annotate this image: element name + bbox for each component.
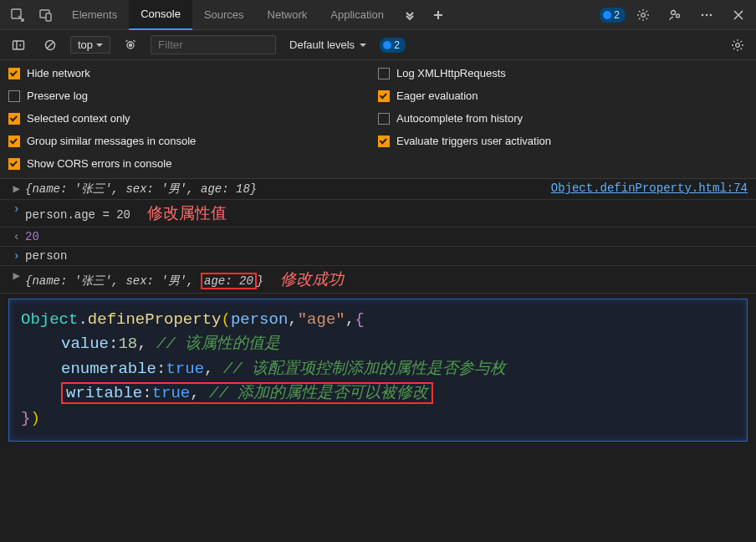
tab-sources[interactable]: Sources — [192, 0, 256, 30]
setting-selected-context-only[interactable]: Selected context only — [8, 112, 378, 125]
code-snippet-block: Object.defineProperty(person,"age",{ val… — [8, 299, 748, 442]
account-icon[interactable] — [661, 1, 689, 29]
add-tab-icon[interactable] — [424, 1, 452, 29]
sidebar-toggle-icon[interactable] — [7, 33, 30, 57]
setting-label: Show CORS errors in console — [27, 157, 171, 170]
log-levels-label: Default levels — [289, 38, 355, 51]
checkbox-icon[interactable] — [8, 68, 20, 79]
checkbox-icon[interactable] — [8, 136, 20, 147]
svg-point-12 — [130, 43, 132, 46]
log-row[interactable]: ▶ {name: '张三', sex: '男', age: 18} Object… — [0, 179, 756, 200]
svg-rect-9 — [13, 41, 24, 49]
setting-label: Preserve log — [27, 89, 88, 102]
tab-elements[interactable]: Elements — [60, 0, 129, 30]
setting-label: Log XMLHttpRequests — [396, 67, 506, 79]
setting-autocomplete-from-history[interactable]: Autocomplete from history — [378, 112, 748, 125]
output-row[interactable]: ▶ {name: '张三', sex: '男', age: 20}修改成功 — [0, 266, 756, 294]
issues-badge-count: 2 — [614, 9, 620, 21]
checkbox-icon[interactable] — [8, 113, 20, 125]
checkbox-icon[interactable] — [378, 136, 390, 147]
output-value: {name: '张三', sex: '男', age: 20}修改成功 — [25, 268, 748, 290]
checkbox-icon[interactable] — [378, 113, 390, 125]
checkbox-icon[interactable] — [8, 90, 20, 102]
device-toggle-icon[interactable] — [32, 1, 60, 29]
svg-point-5 — [677, 14, 680, 18]
output-row[interactable]: ‹ 20 — [0, 228, 756, 247]
highlighted-code-line: writable:true, // 添加的属性是否可以被修改 — [61, 382, 433, 404]
highlighted-property: age: 20 — [201, 273, 257, 289]
svg-point-3 — [641, 13, 646, 17]
console-toolbar: top Default levels 2 — [0, 30, 756, 60]
inspect-element-icon[interactable] — [3, 1, 32, 29]
setting-show-cors-errors-in-console[interactable]: Show CORS errors in console — [8, 157, 378, 170]
message-dot-icon — [383, 41, 391, 49]
message-dot-icon — [603, 11, 611, 19]
hidden-messages-badge[interactable]: 2 — [380, 38, 406, 53]
console-output: ▶ {name: '张三', sex: '男', age: 18} Object… — [0, 179, 756, 442]
input-row[interactable]: › person — [0, 247, 756, 266]
output-value: 20 — [25, 230, 748, 243]
more-tabs-icon[interactable] — [396, 1, 424, 29]
setting-group-similar-messages-in-console[interactable]: Group similar messages in console — [8, 135, 378, 147]
panel-tabs: Elements Console Sources Network Applica… — [60, 0, 396, 30]
setting-preserve-log[interactable]: Preserve log — [8, 89, 378, 102]
console-settings-panel: Hide networkPreserve logSelected context… — [0, 60, 756, 179]
issues-badge[interactable]: 2 — [600, 8, 626, 23]
close-devtools-icon[interactable] — [724, 1, 753, 29]
tab-application[interactable]: Application — [319, 0, 396, 30]
svg-point-7 — [706, 13, 708, 16]
settings-gear-icon[interactable] — [629, 1, 657, 29]
checkbox-icon[interactable] — [378, 68, 390, 79]
setting-evaluate-triggers-user-activation[interactable]: Evaluate triggers user activation — [378, 135, 748, 147]
setting-hide-network[interactable]: Hide network — [8, 67, 378, 79]
svg-point-6 — [702, 13, 704, 16]
setting-log-xmlhttprequests[interactable]: Log XMLHttpRequests — [378, 67, 748, 79]
svg-point-13 — [736, 43, 740, 47]
setting-label: Eager evaluation — [396, 89, 478, 102]
console-settings-gear-icon[interactable] — [726, 33, 749, 57]
annotation-label: 修改属性值 — [147, 204, 227, 222]
svg-rect-2 — [46, 13, 51, 21]
chevron-down-icon — [96, 42, 103, 49]
clear-console-icon[interactable] — [38, 33, 62, 57]
live-expression-icon[interactable] — [119, 33, 142, 57]
expand-arrow-icon[interactable]: ▶ — [5, 182, 25, 196]
source-link[interactable]: Object.definProperty.html:74 — [551, 182, 748, 195]
setting-label: Autocomplete from history — [396, 112, 523, 125]
setting-label: Hide network — [27, 67, 90, 79]
input-code: person.age = 20修改属性值 — [25, 202, 748, 224]
hidden-messages-count: 2 — [394, 39, 400, 51]
setting-label: Selected context only — [27, 112, 130, 125]
setting-eager-evaluation[interactable]: Eager evaluation — [378, 89, 748, 102]
execution-context-select[interactable]: top — [70, 36, 110, 54]
checkbox-icon[interactable] — [8, 158, 20, 170]
devtools-tabbar: Elements Console Sources Network Applica… — [0, 0, 756, 30]
svg-point-8 — [710, 13, 713, 16]
more-options-icon[interactable] — [692, 1, 721, 29]
execution-context-label: top — [78, 38, 93, 51]
tab-console[interactable]: Console — [129, 0, 192, 30]
log-value: {name: '张三', sex: '男', age: 18} — [25, 182, 551, 197]
setting-label: Evaluate triggers user activation — [396, 135, 551, 147]
chevron-down-icon — [360, 42, 366, 49]
expand-arrow-icon[interactable]: ▶ — [5, 268, 25, 283]
filter-input[interactable] — [151, 35, 276, 54]
log-levels-select[interactable]: Default levels — [284, 37, 371, 53]
tab-network[interactable]: Network — [256, 0, 319, 30]
svg-point-4 — [672, 10, 676, 14]
input-code: person — [25, 249, 748, 263]
checkbox-icon[interactable] — [378, 90, 390, 102]
setting-label: Group similar messages in console — [27, 135, 196, 147]
input-row[interactable]: › person.age = 20修改属性值 — [0, 200, 756, 228]
annotation-label: 修改成功 — [280, 270, 344, 288]
